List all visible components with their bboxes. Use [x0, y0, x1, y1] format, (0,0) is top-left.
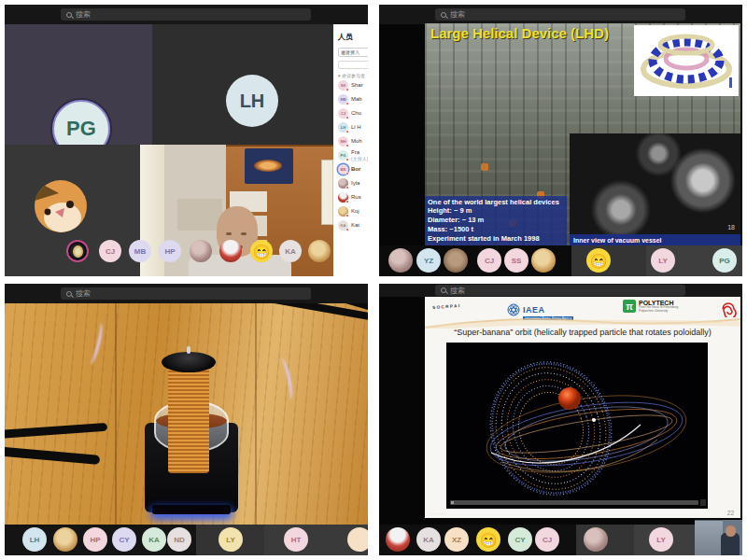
iaea-emblem-icon — [507, 303, 520, 316]
avatar-hp[interactable]: CY — [112, 527, 136, 552]
panel-top-right-lhd-slide: 搜索 Large Helical Device (LHD) One of — [379, 5, 742, 276]
slide-lhd: Large Helical Device (LHD) One of the wo… — [425, 23, 740, 245]
search-input[interactable]: 搜索 — [61, 8, 311, 21]
avatar-ht[interactable] — [347, 527, 368, 552]
spark-arc — [86, 321, 106, 365]
participant-row[interactable]: MH Moh — [338, 134, 368, 148]
invite-button[interactable]: 邀请接入 — [338, 48, 368, 57]
search-input[interactable]: 搜索 — [61, 287, 311, 300]
wall-calendar — [321, 160, 333, 225]
participants-panel: 人员 邀请接入 ▾ 会议参与者 SK Shar MB Mab CJ Cho LH… — [333, 24, 368, 276]
avatar-mb[interactable]: MB — [129, 240, 151, 262]
orbit-video[interactable] — [446, 343, 708, 509]
avatar-photo-cat[interactable] — [531, 248, 556, 273]
avatar-lh-initials: LH — [240, 91, 265, 112]
wave-divider — [425, 315, 740, 329]
search-input[interactable]: 搜索 — [435, 285, 685, 296]
video-tile-lh[interactable]: LH — [152, 24, 333, 145]
video-scrubber-handle[interactable] — [700, 499, 706, 506]
cable — [5, 446, 100, 465]
search-icon — [66, 291, 72, 297]
slide-title: “Super-banana” orbit (helically trapped … — [425, 328, 740, 337]
electrode-tip — [187, 346, 190, 354]
avatar-hp[interactable]: HP — [159, 240, 181, 262]
screenshot-grid: 搜索 PG LH — [0, 0, 747, 560]
search-placeholder: 搜索 — [76, 288, 91, 299]
titlebar: 搜索 — [5, 284, 368, 303]
titlebar: 搜索 — [5, 5, 368, 24]
participant-row-speaking[interactable]: BB Bor — [338, 162, 368, 176]
avatar-photo-cat[interactable] — [53, 527, 78, 552]
machinery-accent — [481, 163, 488, 171]
avatar-ss[interactable]: SS — [504, 248, 529, 273]
avatar-nd[interactable]: LY — [218, 527, 243, 552]
slide-orbit: SOCRPAI IAEA International Atomic Energy… — [425, 297, 740, 518]
self-webcam-thumbnail[interactable] — [695, 520, 742, 555]
avatar-cj[interactable]: CJ — [99, 240, 121, 262]
avatar-photo-3[interactable] — [308, 240, 331, 262]
mic-muted-icon — [345, 102, 349, 105]
search-placeholder: 搜索 — [76, 9, 91, 20]
orbit-3d-plot — [446, 343, 708, 501]
slide-page-number: 22 — [727, 510, 734, 516]
avatar-ly[interactable]: HT — [284, 527, 308, 552]
participant-row[interactable]: CJ Cho — [338, 106, 368, 120]
avatar-cj[interactable]: CJ — [477, 248, 501, 273]
participant-row[interactable]: MB Mab — [338, 92, 368, 106]
participants-section-label: ▾ 会议参与者 — [338, 73, 368, 78]
avatar-photo-2[interactable] — [219, 240, 242, 262]
led-glow — [152, 505, 231, 514]
avatar-photo-2[interactable] — [584, 527, 608, 552]
spark-arc — [276, 357, 294, 400]
slide-page-number: 18 — [727, 224, 735, 231]
avatar-ly[interactable]: LY — [649, 527, 673, 552]
avatar-ly[interactable]: LY — [651, 248, 675, 273]
participant-row[interactable]: Koj — [338, 204, 368, 218]
avatar-cy[interactable]: KA — [142, 527, 166, 552]
mic-muted-icon — [345, 144, 349, 147]
avatar-lh[interactable]: LH — [22, 527, 47, 552]
slide-facts: One of the world largest helical devices… — [425, 196, 567, 245]
mic-muted-icon — [345, 158, 349, 161]
search-input[interactable]: 搜索 — [435, 8, 685, 21]
avatar-cj[interactable]: CJ — [535, 527, 559, 552]
mic-muted-icon — [345, 200, 349, 203]
avatar-yz[interactable]: YZ — [416, 248, 441, 273]
avatar-xz[interactable]: XZ — [444, 527, 469, 552]
avatar-pg[interactable]: PG — [712, 248, 737, 273]
avatar-emblem[interactable] — [66, 240, 89, 262]
avatar-photo-1[interactable] — [388, 248, 413, 273]
avatar-emoji[interactable]: 😁 — [586, 248, 611, 273]
avatar-photo-1[interactable] — [386, 527, 410, 552]
participant-row[interactable]: Rus — [338, 190, 368, 204]
mic-muted-icon — [345, 186, 349, 189]
avatar-cj[interactable]: HP — [83, 527, 107, 552]
avatar-photo-2[interactable] — [444, 248, 468, 273]
participant-row[interactable]: LH Li H — [338, 120, 368, 134]
cable — [5, 423, 107, 439]
participant-row[interactable]: KA Kat — [338, 218, 368, 232]
avatar-emoji[interactable]: 😁 — [250, 240, 273, 262]
vacuum-vessel-inset: 18 Inner view of vacuum vessel — [570, 133, 740, 245]
search-placeholder: 搜索 — [450, 286, 465, 296]
conference-logo: SOCRPAI — [432, 303, 461, 310]
person-head — [726, 525, 736, 537]
avatar-emoji[interactable]: 😁 — [476, 527, 500, 552]
avatar-lh: LH — [226, 75, 278, 127]
panel-bottom-left-tesla-coil: 搜索 LH — [5, 284, 368, 555]
participant-row-host[interactable]: PG Fra(主持人) — [338, 148, 368, 162]
participant-row[interactable]: Iyla — [338, 176, 368, 190]
search-icon — [441, 287, 446, 293]
video-scrubber[interactable] — [450, 500, 698, 505]
avatar-cy[interactable]: CY — [508, 527, 532, 552]
avatar-ka[interactable]: ND — [167, 527, 191, 552]
participant-row[interactable]: SK Shar — [338, 78, 368, 92]
avatar-ka[interactable]: KA — [279, 240, 302, 262]
tesla-coil-video[interactable] — [5, 303, 368, 555]
avatar-photo-1[interactable] — [190, 240, 212, 262]
participants-search-input[interactable] — [338, 61, 368, 69]
search-placeholder: 搜索 — [450, 9, 465, 20]
slide-footer-note: ·· ······ — [430, 511, 444, 516]
avatar-ka[interactable]: KA — [416, 527, 441, 552]
video-tile-pg[interactable]: PG — [5, 24, 152, 145]
